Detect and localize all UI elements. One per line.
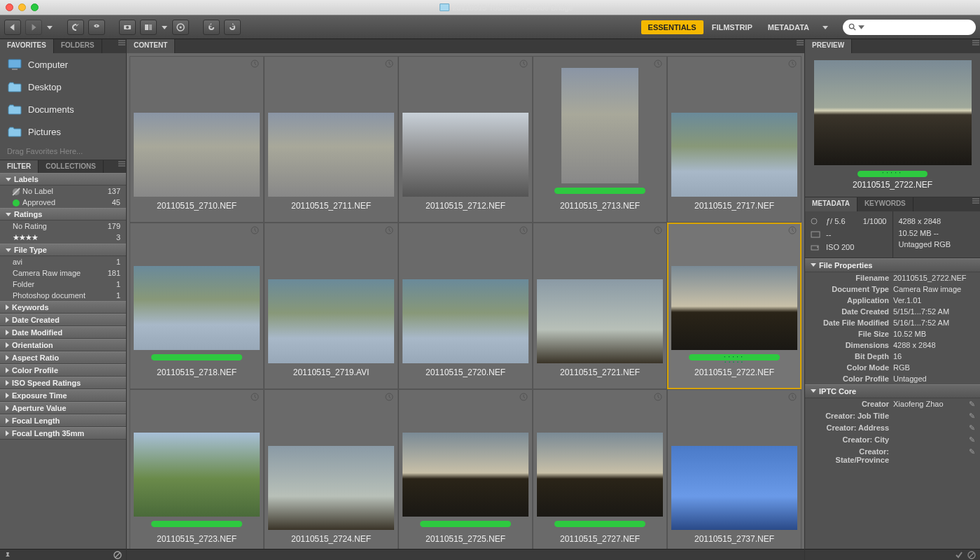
preview-options-icon[interactable] — [972, 39, 980, 46]
folder-icon — [7, 125, 22, 138]
metadata-row[interactable]: Creator: Job Title✎ — [805, 410, 980, 422]
favorites-item[interactable]: Documents — [0, 98, 126, 120]
filter-row[interactable]: avi1 — [0, 256, 126, 267]
search-box[interactable] — [843, 20, 976, 35]
tab-metadata[interactable]: METADATA — [805, 197, 858, 211]
rotate-cw-button[interactable] — [224, 20, 241, 35]
filter-section-header[interactable]: Aspect Ratio — [0, 351, 126, 364]
thumbnail-cell[interactable]: 20110515_2720.NEF — [398, 223, 533, 389]
cancel-icon[interactable] — [113, 551, 122, 559]
metadata-row[interactable]: CreatorXiaofeng Zhao✎ — [805, 398, 980, 410]
left-status-bar — [0, 549, 126, 560]
filter-section-header[interactable]: Ratings — [0, 208, 126, 220]
workspace-filmstrip[interactable]: FILMSTRIP — [705, 20, 760, 34]
filter-row[interactable]: Photoshop document1 — [0, 290, 126, 301]
metadata-row: Document TypeCamera Raw image — [805, 284, 980, 295]
filter-section-header[interactable]: Focal Length 35mm — [0, 427, 126, 440]
filter-section-header[interactable]: Labels — [0, 173, 126, 186]
favorites-item[interactable]: Desktop — [0, 76, 126, 98]
filter-section-header[interactable]: Date Modified — [0, 326, 126, 339]
filter-section-header[interactable]: Exposure Time — [0, 389, 126, 402]
filter-options-icon[interactable] — [118, 160, 126, 167]
open-camera-raw-button[interactable] — [172, 20, 189, 35]
favorites-item[interactable]: Computer — [0, 53, 126, 76]
preview-image[interactable] — [814, 60, 972, 165]
boomerang-button[interactable] — [67, 20, 84, 35]
thumbnail-cell[interactable]: 20110515_2712.NEF — [398, 56, 533, 223]
filter-section-header[interactable]: Keywords — [0, 301, 126, 314]
edit-pencil-icon[interactable]: ✎ — [969, 412, 976, 421]
filter-row[interactable]: No Label137 — [0, 186, 126, 197]
close-window-button[interactable] — [6, 4, 13, 11]
reveal-button[interactable] — [88, 20, 105, 35]
favorites-item[interactable]: Pictures — [0, 120, 126, 143]
approved-label — [554, 188, 645, 194]
recent-dropdown-icon[interactable] — [46, 24, 53, 31]
filter-section-header[interactable]: Orientation — [0, 339, 126, 351]
folder-icon — [440, 4, 449, 11]
tab-filter[interactable]: FILTER — [0, 160, 38, 173]
get-photos-button[interactable] — [119, 20, 136, 35]
filter-section-header[interactable]: ISO Speed Ratings — [0, 377, 126, 389]
minimize-window-button[interactable] — [18, 4, 26, 11]
search-dropdown-icon[interactable] — [858, 23, 865, 31]
favorites-item-label: Computer — [28, 59, 68, 70]
filter-row[interactable]: Folder1 — [0, 279, 126, 290]
filter-section-header[interactable]: Aperture Value — [0, 402, 126, 414]
thumbnail-cell[interactable]: 20110515_2727.NEF — [533, 389, 667, 549]
tab-folders[interactable]: FOLDERS — [54, 39, 102, 53]
thumbnail-cell[interactable]: 20110515_2724.NEF — [264, 389, 398, 549]
thumbnail-cell[interactable]: 20110515_2710.NEF — [130, 56, 264, 223]
metadata-row[interactable]: Creator: Address✎ — [805, 422, 980, 434]
pin-icon[interactable] — [4, 552, 11, 559]
edit-pencil-icon[interactable]: ✎ — [969, 435, 976, 444]
edit-pencil-icon[interactable]: ✎ — [969, 424, 976, 433]
thumbnail-cell[interactable]: ·····20110515_2722.NEF — [667, 223, 802, 389]
thumbnail-cell[interactable]: 20110515_2717.NEF — [667, 56, 802, 223]
edit-pencil-icon[interactable]: ✎ — [969, 447, 976, 464]
thumbnail-cell[interactable]: 20110515_2721.NEF — [533, 223, 667, 389]
thumbnail-cell[interactable]: 20110515_2713.NEF — [533, 56, 667, 223]
thumbnail-cell[interactable]: 20110515_2719.AVI — [264, 223, 398, 389]
edit-pencil-icon[interactable]: ✎ — [969, 400, 976, 409]
favorites-options-icon[interactable] — [118, 39, 126, 46]
tab-content[interactable]: CONTENT — [127, 39, 175, 53]
nav-forward-button[interactable] — [25, 20, 42, 35]
metadata-options-icon[interactable] — [972, 197, 980, 204]
workspace-dropdown-icon[interactable] — [822, 24, 829, 31]
tab-keywords[interactable]: KEYWORDS — [858, 197, 913, 211]
apply-metadata-icon[interactable] — [955, 551, 963, 559]
nav-back-button[interactable] — [4, 20, 21, 35]
filter-section-header[interactable]: Color Profile — [0, 364, 126, 377]
metadata-row[interactable]: Creator: State/Province✎ — [805, 446, 980, 465]
metadata-row[interactable]: Creator: City✎ — [805, 434, 980, 446]
refine-button[interactable] — [140, 20, 157, 35]
tab-collections[interactable]: COLLECTIONS — [38, 160, 104, 173]
thumbnail-badge-icon — [654, 393, 662, 402]
workspace-essentials[interactable]: ESSENTIALS — [641, 20, 704, 34]
thumbnail-cell[interactable]: 20110515_2725.NEF — [398, 389, 533, 549]
content-options-icon[interactable] — [796, 39, 804, 46]
filter-section-header[interactable]: File Type — [0, 244, 126, 256]
tab-favorites[interactable]: FAVORITES — [0, 39, 54, 53]
filter-row[interactable]: Camera Raw image181 — [0, 267, 126, 279]
filter-section-header[interactable]: Focal Length — [0, 414, 126, 427]
filter-section-header[interactable]: Date Created — [0, 314, 126, 326]
thumbnail-badge-icon — [519, 393, 528, 402]
thumbnail-cell[interactable]: 20110515_2723.NEF — [130, 389, 264, 549]
filter-row[interactable]: ★★★★3 — [0, 232, 126, 244]
thumbnail-cell[interactable]: 20110515_2711.NEF — [264, 56, 398, 223]
refine-dropdown-icon[interactable] — [161, 24, 168, 31]
zoom-window-button[interactable] — [31, 4, 38, 11]
window-titlebar: 20110515 Yosemite - Adobe Bridge — [0, 0, 980, 15]
workspace-metadata[interactable]: METADATA — [761, 20, 816, 34]
thumbnail-cell[interactable]: 20110515_2737.NEF — [667, 389, 802, 549]
rotate-ccw-button[interactable] — [203, 20, 220, 35]
metadata-section-header[interactable]: IPTC Core — [805, 384, 980, 398]
tab-preview[interactable]: PREVIEW — [805, 39, 852, 53]
cancel-metadata-icon[interactable] — [967, 551, 976, 559]
filter-row[interactable]: No Rating179 — [0, 220, 126, 232]
filter-row[interactable]: Approved45 — [0, 197, 126, 208]
thumbnail-cell[interactable]: 20110515_2718.NEF — [130, 223, 264, 389]
metadata-section-header[interactable]: File Properties — [805, 258, 980, 272]
